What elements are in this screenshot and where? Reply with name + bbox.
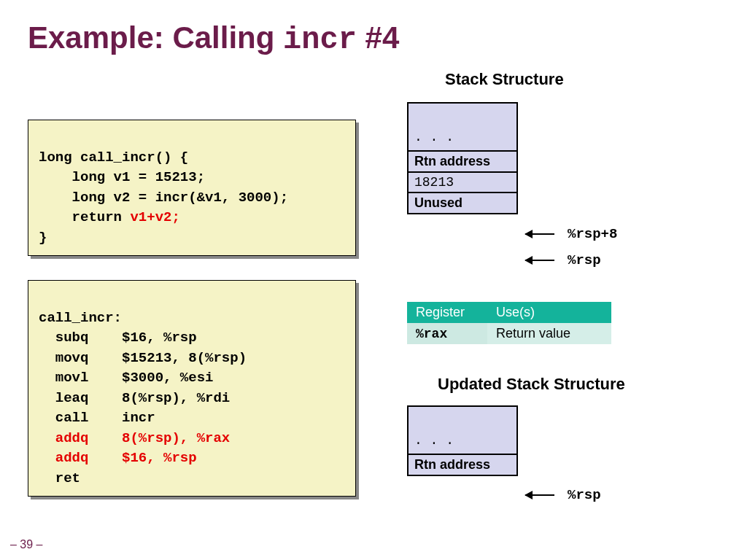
asm-line-1: call_incr: — [39, 310, 122, 326]
stack1-dots: . . . — [409, 104, 516, 152]
reg-cell-name: %rax — [407, 323, 487, 344]
c-line-2: long v1 = 15213; — [39, 169, 205, 185]
asm-line-2: subq $16, %rsp — [39, 330, 197, 346]
pointer-label-rsp: %rsp — [568, 252, 601, 268]
pointer-label-rsp-2: %rsp — [568, 487, 601, 503]
stack1-rtn: Rtn address — [409, 152, 516, 173]
slide-title: Example: Calling incr #4 — [28, 20, 399, 58]
reg-header-register: Register — [407, 302, 487, 323]
asm-line-6: call incr — [39, 410, 155, 426]
c-line-4-hl: v1+v2; — [130, 209, 179, 225]
asm-line-7: addq 8(%rsp), %rax — [39, 430, 230, 446]
asm-line-3: movq $15213, 8(%rsp) — [39, 350, 247, 366]
pointer-rsp-2: %rsp — [525, 487, 601, 503]
pointer-label-rsp8: %rsp+8 — [568, 226, 617, 242]
reg-cell-use: Return value — [487, 323, 611, 344]
stack-structure-heading: Stack Structure — [445, 70, 564, 89]
title-post: #4 — [357, 20, 399, 55]
asm-line-5: leaq 8(%rsp), %rdi — [39, 390, 230, 406]
arrow-left-icon — [525, 260, 554, 261]
pointer-rsp-8: %rsp+8 — [525, 226, 617, 242]
stack2-rtn: Rtn address — [409, 455, 516, 475]
stack1-unused: Unused — [409, 193, 516, 213]
title-code: incr — [283, 23, 357, 58]
register-table: Register Use(s) %rax Return value — [407, 302, 611, 344]
updated-stack-heading: Updated Stack Structure — [438, 375, 625, 394]
arrow-left-icon — [525, 233, 554, 235]
asm-line-9: ret — [39, 470, 80, 486]
asm-code-box: call_incr: subq $16, %rsp movq $15213, 8… — [28, 280, 356, 497]
asm-line-8: addq $16, %rsp — [39, 450, 197, 466]
c-line-3: long v2 = incr(&v1, 3000); — [39, 190, 288, 206]
c-line-4-pre: return — [39, 209, 130, 225]
arrow-left-icon — [525, 494, 554, 496]
table-row: %rax Return value — [407, 323, 611, 344]
c-line-5: } — [39, 230, 47, 246]
stack-diagram-1: . . . Rtn address 18213 Unused — [407, 102, 518, 214]
c-line-1: long call_incr() { — [39, 149, 188, 166]
reg-header-uses: Use(s) — [487, 302, 611, 323]
pointer-rsp-1: %rsp — [525, 252, 601, 268]
stack1-value: 18213 — [409, 173, 516, 193]
page-number: – 39 – — [10, 538, 42, 551]
title-pre: Example: Calling — [28, 20, 283, 55]
stack-diagram-2: . . . Rtn address — [407, 405, 518, 476]
c-code-box: long call_incr() { long v1 = 15213; long… — [28, 120, 356, 256]
asm-line-4: movl $3000, %esi — [39, 370, 213, 386]
stack2-dots: . . . — [409, 407, 516, 455]
